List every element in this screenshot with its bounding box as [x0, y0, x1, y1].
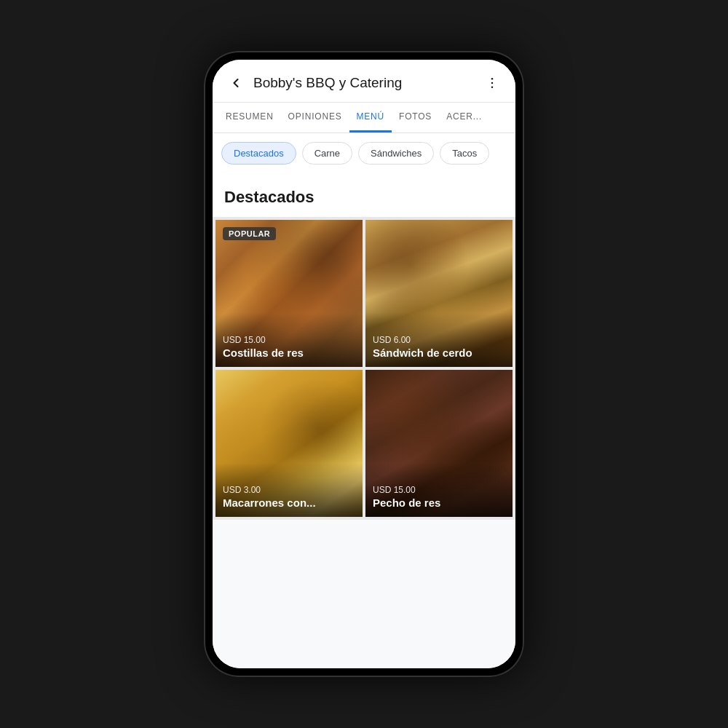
price-sandwich: USD 6.00: [373, 335, 505, 345]
header: Bobby's BBQ y Catering: [213, 60, 515, 103]
pill-sandwiches[interactable]: Sándwiches: [358, 142, 434, 165]
phone-frame: Bobby's BBQ y Catering RESUMEN OPINIONES…: [204, 51, 524, 677]
tab-menu[interactable]: MENÚ: [349, 103, 392, 132]
menu-card-pecho[interactable]: USD 15.00 Pecho de res: [365, 370, 513, 517]
menu-card-costillas[interactable]: POPULAR USD 15.00 Costillas de res: [215, 220, 363, 367]
pill-carne[interactable]: Carne: [302, 142, 352, 165]
restaurant-name: Bobby's BBQ y Catering: [253, 75, 480, 91]
card-overlay-macarrones: USD 3.00 Macarrones con...: [215, 463, 363, 517]
phone-screen: Bobby's BBQ y Catering RESUMEN OPINIONES…: [213, 60, 515, 668]
svg-point-1: [491, 82, 494, 84]
pill-tacos[interactable]: Tacos: [440, 142, 489, 165]
name-sandwich: Sándwich de cerdo: [373, 347, 505, 360]
back-button[interactable]: [224, 71, 248, 95]
category-pills: Destacados Carne Sándwiches Tacos: [213, 133, 515, 173]
more-options-button[interactable]: [480, 71, 504, 95]
card-overlay-pecho: USD 15.00 Pecho de res: [365, 463, 513, 517]
price-pecho: USD 15.00: [373, 485, 505, 495]
tab-opiniones[interactable]: OPINIONES: [281, 103, 349, 132]
tab-resumen[interactable]: RESUMEN: [218, 103, 281, 132]
tab-acer[interactable]: ACER...: [439, 103, 489, 132]
menu-grid: POPULAR USD 15.00 Costillas de res USD 6…: [213, 217, 515, 520]
price-costillas: USD 15.00: [223, 335, 355, 345]
svg-point-0: [491, 78, 494, 80]
content-area: Destacados POPULAR USD 15.00 Costillas d…: [213, 173, 515, 668]
name-pecho: Pecho de res: [373, 496, 505, 510]
tab-fotos[interactable]: FOTOS: [392, 103, 439, 132]
price-macarrones: USD 3.00: [223, 485, 355, 495]
menu-card-macarrones[interactable]: USD 3.00 Macarrones con...: [215, 370, 363, 517]
menu-card-sandwich[interactable]: USD 6.00 Sándwich de cerdo: [365, 220, 513, 367]
svg-point-2: [491, 87, 494, 89]
section-title: Destacados: [213, 173, 515, 217]
nav-tabs: RESUMEN OPINIONES MENÚ FOTOS ACER...: [213, 103, 515, 133]
popular-badge: POPULAR: [223, 227, 276, 240]
card-overlay-sandwich: USD 6.00 Sándwich de cerdo: [365, 313, 513, 367]
card-overlay-costillas: USD 15.00 Costillas de res: [215, 313, 363, 367]
name-costillas: Costillas de res: [223, 347, 355, 360]
name-macarrones: Macarrones con...: [223, 496, 355, 510]
pill-destacados[interactable]: Destacados: [221, 142, 296, 165]
